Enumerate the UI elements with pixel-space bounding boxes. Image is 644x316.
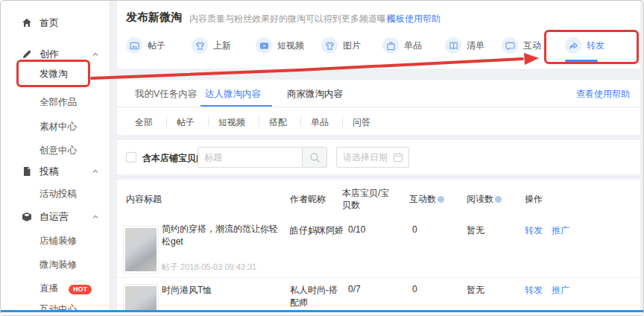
sidebar-item-self-operation[interactable]: 自运营 [1, 209, 110, 225]
publish-header-card: 发布新微淘 内容质量与粉丝效果好的微淘可以得到更多频道曝光 模板使用帮助 帖子 … [117, 1, 640, 69]
content-meta: 帖子 2018-05-03 09:43:31 [162, 262, 256, 273]
chevron-up-icon [92, 213, 99, 221]
date-picker-input[interactable] [336, 147, 409, 168]
info-icon[interactable] [438, 196, 444, 203]
title-search-input[interactable] [198, 147, 302, 168]
interaction-count: 0 [412, 284, 417, 294]
shirt-icon [321, 37, 338, 54]
promote-link[interactable]: 推广 [552, 285, 569, 295]
info-icon[interactable] [495, 196, 502, 203]
publish-type-label: 清单 [467, 40, 484, 52]
sidebar-item-fa-weitao[interactable]: 发微淘 [1, 66, 110, 82]
read-count: 暂无 [467, 284, 484, 297]
view-help-link[interactable]: 查看使用帮助 [576, 88, 630, 101]
sidebar-item-shop-decoration[interactable]: 店铺装修 [1, 233, 110, 249]
video-icon [256, 37, 272, 54]
sidebar-item-all-works[interactable]: 全部作品 [1, 94, 110, 110]
publish-type-label: 转发 [587, 40, 604, 52]
sidebar-item-create[interactable]: 创作 [1, 46, 110, 63]
tab-my-v-task[interactable]: 我的V任务内容 [135, 88, 197, 101]
interaction-count: 0 [412, 224, 417, 235]
publish-type-post[interactable]: 帖子 [126, 37, 165, 54]
image-icon [126, 37, 142, 54]
sidebar-item-label: 活动投稿 [40, 188, 77, 200]
search-button[interactable] [302, 147, 327, 168]
read-count: 暂无 [467, 224, 484, 237]
publish-type-single-item[interactable]: 单品 [382, 37, 422, 54]
row-actions: 转发推广 [525, 224, 578, 237]
sidebar-item-label: 发微淘 [40, 68, 68, 80]
page-title: 发布新微淘 [126, 10, 182, 25]
author-name: 皓仔妈咪阿娇 [290, 224, 344, 237]
publish-type-new-arrival[interactable]: 上新 [192, 37, 231, 54]
search-filter-card: 含本店铺宝贝内容 [117, 140, 640, 174]
filter-single-item[interactable]: 单品 [311, 116, 329, 129]
publish-type-list[interactable]: 清单 [445, 37, 484, 54]
publish-type-short-video[interactable]: 短视频 [256, 37, 304, 54]
sidebar-item-home[interactable]: 首页 [1, 15, 110, 31]
publish-type-picture[interactable]: 图片 [321, 37, 361, 54]
content-title[interactable]: 简约的穿搭，潮流的范让你轻松get [162, 223, 281, 248]
tabs-divider [117, 107, 640, 107]
shop-items-count: 0/10 [348, 224, 365, 235]
window-bottom-border [1, 310, 644, 312]
sidebar-item-submission[interactable]: 投稿 [1, 163, 110, 180]
col-header-shop-items: 本店宝贝/宝贝数 [342, 187, 390, 211]
bag-icon [382, 37, 399, 54]
promote-link[interactable]: 推广 [552, 225, 569, 236]
publish-type-label: 帖子 [148, 40, 165, 52]
publish-type-label: 单品 [404, 40, 422, 52]
tab-daren-weitao[interactable]: 达人微淘内容 [205, 88, 261, 101]
template-help-link[interactable]: 模板使用帮助 [387, 13, 441, 25]
sidebar-item-label: 直播 [40, 282, 58, 295]
publish-type-repost[interactable]: 转发 [565, 37, 604, 54]
tab-merchant-weitao[interactable]: 商家微淘内容 [287, 88, 343, 101]
content-title[interactable]: 时尚港风T恤 [162, 284, 281, 297]
document-icon [22, 166, 32, 177]
selected-publish-type-underline [565, 60, 598, 62]
sidebar-item-material-center[interactable]: 素材中心 [1, 118, 110, 135]
filter-all[interactable]: 全部 [135, 116, 153, 129]
sidebar-item-activity-submission[interactable]: 活动投稿 [1, 186, 110, 202]
col-header-actions: 操作 [525, 193, 543, 206]
col-header-author: 作者昵称 [290, 193, 326, 206]
publish-type-label: 互动 [523, 40, 541, 52]
book-icon [445, 37, 461, 54]
sidebar-item-label: 店铺装修 [40, 235, 77, 247]
search-icon [309, 152, 321, 163]
row-actions: 转发推广 [525, 284, 578, 297]
sidebar-item-idea-center[interactable]: 创意中心 [1, 142, 110, 159]
filter-outfit[interactable]: 搭配 [269, 116, 287, 129]
publish-type-label: 图片 [343, 40, 361, 52]
col-header-title: 内容标题 [126, 193, 162, 206]
chevron-up-icon [92, 51, 99, 58]
content-thumbnail [123, 226, 159, 274]
shop-items-count: 0/7 [348, 284, 361, 294]
cube-icon [22, 212, 32, 222]
repost-link[interactable]: 转发 [525, 285, 543, 295]
hot-badge: HOT [69, 285, 92, 294]
filter-qa[interactable]: 问答 [353, 116, 370, 129]
content-tabs-card: 我的V任务内容 达人微淘内容 商家微淘内容 查看使用帮助 全部 帖子 短视频 搭… [117, 80, 640, 135]
repost-link[interactable]: 转发 [525, 225, 543, 236]
share-icon [565, 37, 581, 54]
publish-type-interaction[interactable]: 互动 [502, 37, 541, 54]
filter-post[interactable]: 帖子 [177, 116, 195, 129]
home-icon [22, 18, 32, 28]
sidebar-item-weitao-decoration[interactable]: 微淘装修 [1, 256, 110, 273]
sidebar-item-label: 微淘装修 [40, 259, 77, 271]
row-divider [117, 277, 640, 278]
include-shop-items-checkbox[interactable] [126, 152, 136, 162]
filter-short-video[interactable]: 短视频 [218, 116, 245, 129]
publish-type-label: 短视频 [277, 40, 304, 52]
sidebar-item-label: 全部作品 [40, 96, 77, 109]
content-thumbnail [123, 284, 159, 310]
pencil-icon [22, 49, 32, 60]
shirt-icon [192, 37, 208, 54]
page-subtitle: 内容质量与粉丝效果好的微淘可以得到更多频道曝光 [189, 13, 395, 25]
sidebar-item-label: 创作 [40, 48, 59, 61]
sidebar-item-label: 首页 [40, 16, 59, 30]
sidebar-item-label: 自运营 [40, 210, 69, 224]
author-name: 私人时尚-搭配师 [290, 284, 341, 309]
sidebar-item-live[interactable]: 直播 HOT [1, 280, 110, 297]
